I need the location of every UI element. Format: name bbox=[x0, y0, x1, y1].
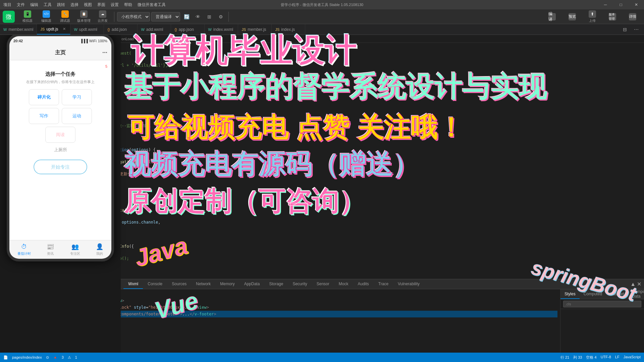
devtools-tab-vulnerability[interactable]: Vulnerability bbox=[393, 279, 424, 289]
menu-item-tools[interactable]: 工具 bbox=[44, 2, 52, 8]
phone-more-icon[interactable]: ··· bbox=[102, 49, 107, 56]
preview-btn-2[interactable]: 预览 bbox=[564, 10, 581, 23]
phone-nav-mine[interactable]: 👤 我的 bbox=[96, 243, 103, 256]
menu-item-file[interactable]: 文件 bbox=[17, 2, 25, 8]
phone-body: 5 选择一个任务 在接下来的5分钟内，你将专注在这件事上 碎片化 学习 写作 运… bbox=[9, 60, 111, 240]
status-error-icon: 🔺 bbox=[53, 355, 58, 360]
devtools-tab-console[interactable]: Console bbox=[143, 279, 167, 289]
tab-index-wxml[interactable]: W index.wxml bbox=[205, 24, 238, 35]
devtools-tab-mock[interactable]: Mock bbox=[334, 279, 353, 289]
devtools-tab-storage[interactable]: Storage bbox=[264, 279, 288, 289]
devtools-tab-wxml[interactable]: Wxml bbox=[123, 279, 143, 289]
devtools-tab-trace[interactable]: Trace bbox=[374, 279, 393, 289]
simulator-button[interactable]: 📱 模拟器 bbox=[19, 10, 36, 23]
preview-button[interactable]: 👁 bbox=[193, 12, 203, 21]
menu-item-view[interactable]: 视图 bbox=[84, 2, 92, 8]
version-mgmt-btn[interactable]: 版本管理 bbox=[604, 10, 621, 23]
wxml-line-page[interactable]: <page> bbox=[76, 291, 557, 297]
tab-member-wxml[interactable]: W member.wxml bbox=[0, 24, 37, 35]
wxml-line-view1[interactable]: ▶ <view>...</view> bbox=[76, 297, 557, 304]
editor-area: pages › wkuser › updt.js › onLoad 120121… bbox=[74, 35, 644, 353]
phone-start-button[interactable]: 开始专注 bbox=[34, 160, 87, 174]
phone-nav-timer[interactable]: ⏱ 番茄计时 bbox=[17, 243, 31, 256]
devtools-content: <page> ▶ <view>...</view> ▶ <view class=… bbox=[74, 289, 644, 353]
window-controls: ─ □ ✕ bbox=[598, 0, 644, 9]
status-col: 列 33 bbox=[573, 355, 582, 360]
phone-task-xiezuo[interactable]: 写作 bbox=[29, 108, 59, 124]
tab-app-json[interactable]: {} app.json bbox=[171, 24, 205, 35]
refresh-button[interactable]: 🔄 bbox=[181, 12, 192, 21]
upload-btn[interactable]: ⬆ 上传 bbox=[584, 10, 601, 23]
cloud-button[interactable]: ☁ 云开发 bbox=[94, 10, 111, 23]
devtools-tab-sensor[interactable]: Sensor bbox=[312, 279, 334, 289]
menu-bar: 项目 文件 编辑 工具 跳转 选择 视图 界面 设置 帮助 微信开发者工具 督学… bbox=[0, 0, 644, 9]
code-content[interactable]: // utils.request( // utils.url + '/utils… bbox=[89, 43, 644, 279]
menu-item-devtool[interactable]: 微信开发者工具 bbox=[138, 2, 166, 8]
devtools-close-icon[interactable]: ▲ bbox=[630, 281, 636, 287]
menu-item-interface[interactable]: 界面 bbox=[97, 2, 105, 8]
wxml-line-footer[interactable]: ▶ <v-footer is="components/footer/footer… bbox=[76, 311, 557, 317]
compile-btn[interactable]: 编译 bbox=[543, 10, 561, 23]
phone-location: 上厕所 bbox=[13, 147, 107, 153]
status-encoding: UTF-8 bbox=[601, 355, 611, 360]
status-errors[interactable]: 3 bbox=[62, 355, 64, 359]
devtools-styles-tab[interactable]: Styles bbox=[560, 289, 580, 299]
tab-add-wxml[interactable]: W add.wxml bbox=[138, 24, 171, 35]
phone-task-suipianhua[interactable]: 碎片化 bbox=[29, 89, 59, 105]
version-button[interactable]: 📋 版本管理 bbox=[75, 10, 93, 23]
qrcode-button[interactable]: ⊞ bbox=[204, 12, 214, 21]
devtools-tab-network[interactable]: Network bbox=[191, 279, 215, 289]
status-bar: 📄 pages/index/index ⊙ 🔺 3 ⚠ 1 行 21 列 33 … bbox=[0, 353, 644, 362]
details-btn[interactable]: 详情 bbox=[624, 10, 641, 23]
devtools-tab-appdata[interactable]: AppData bbox=[239, 279, 265, 289]
devtools-dataset-tab[interactable]: Dataset bbox=[606, 289, 628, 299]
tab-close-updt-js[interactable]: ✕ bbox=[61, 26, 67, 32]
phone-task-yuedu[interactable]: 阅读 bbox=[45, 127, 75, 143]
minimize-button[interactable]: ─ bbox=[598, 0, 613, 9]
debugger-button[interactable]: 🔧 调试器 bbox=[56, 10, 74, 23]
devtools-tab-sources[interactable]: Sources bbox=[167, 279, 191, 289]
code-editor[interactable]: 120121122123124 125126127128129 13013113… bbox=[74, 43, 644, 279]
tab-updt-js[interactable]: JS updt.js ✕ bbox=[37, 24, 70, 35]
styles-filter-input[interactable] bbox=[563, 301, 641, 307]
devtools-tab-security[interactable]: Security bbox=[288, 279, 312, 289]
status-page-path[interactable]: pages/index/index bbox=[12, 355, 42, 359]
close-button[interactable]: ✕ bbox=[629, 0, 644, 9]
mode-select[interactable]: 小程序模式 bbox=[117, 12, 150, 21]
devtools-tab-memory[interactable]: Memory bbox=[215, 279, 239, 289]
tab-updt-wxml[interactable]: W updt.wxml bbox=[70, 24, 104, 35]
phone-simulator-area: 20:42 ▐▐▐ WiFi 100% 主页 ··· 5 选择一个任务 在接下来… bbox=[0, 9, 121, 353]
menu-item-project[interactable]: 项目 bbox=[3, 2, 11, 8]
breadcrumb-onload[interactable]: onLoad bbox=[121, 37, 134, 41]
split-editor-button[interactable]: ⊟ bbox=[620, 25, 630, 34]
styles-content bbox=[560, 309, 644, 353]
more-tabs-button[interactable]: ⋯ bbox=[631, 25, 641, 34]
phone-task-yundong[interactable]: 运动 bbox=[62, 108, 92, 124]
status-language: JavaScript bbox=[624, 355, 641, 360]
devtools-computed-tab[interactable]: Computed bbox=[580, 289, 606, 299]
tab-member-js[interactable]: JS member.js bbox=[238, 24, 272, 35]
menu-item-settings[interactable]: 设置 bbox=[111, 2, 119, 8]
devtools-tab-audits[interactable]: Audits bbox=[353, 279, 373, 289]
devtools-expand-icon[interactable]: ✕ bbox=[637, 281, 641, 287]
maximize-button[interactable]: □ bbox=[613, 0, 629, 9]
wxml-line-page-close[interactable]: </page> bbox=[76, 317, 557, 324]
tab-add-json[interactable]: {} add.json bbox=[104, 24, 138, 35]
menu-item-goto[interactable]: 跳转 bbox=[57, 2, 65, 8]
phone-nav-focus-label: 专注区 bbox=[70, 251, 80, 256]
toolbar-separator-2 bbox=[228, 12, 229, 22]
phone-nav-focus[interactable]: 👥 专注区 bbox=[70, 243, 80, 256]
phone-task-sub: 在接下来的5分钟内，你将专注在这件事上 bbox=[13, 79, 107, 84]
compile-select[interactable]: 普通编译 bbox=[151, 12, 180, 21]
phone-task-xuexi[interactable]: 学习 bbox=[62, 89, 92, 105]
tab-index-js[interactable]: JS index.js bbox=[272, 24, 305, 35]
phone-nav-news[interactable]: 📰 资讯 bbox=[47, 243, 54, 256]
settings-icon-button[interactable]: ⚙ bbox=[216, 12, 226, 21]
status-warnings[interactable]: 1 bbox=[75, 355, 77, 359]
menu-item-edit[interactable]: 编辑 bbox=[30, 2, 38, 8]
menu-item-help[interactable]: 帮助 bbox=[124, 2, 132, 8]
wxml-line-view-clock[interactable]: ▶ <view class="clock" style="height:808p… bbox=[76, 304, 557, 311]
menu-item-select[interactable]: 选择 bbox=[70, 2, 78, 8]
devtools-component-tab[interactable]: Component Data bbox=[628, 289, 644, 299]
editor-button[interactable]: </> 编辑器 bbox=[38, 10, 55, 23]
